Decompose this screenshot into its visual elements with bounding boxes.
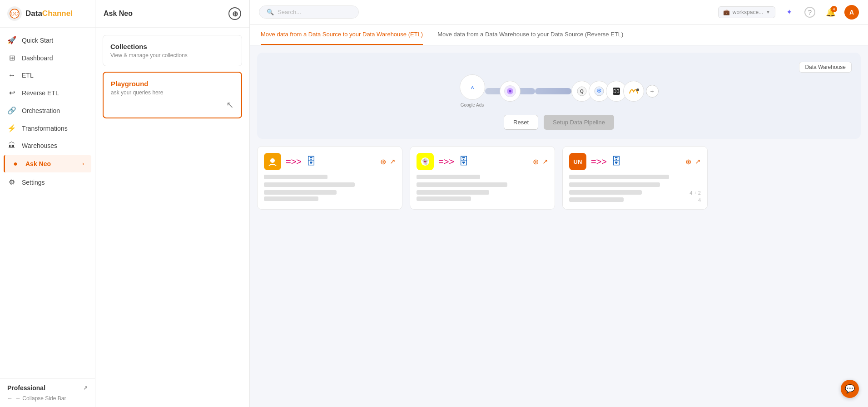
card-3-header: UN =>> 🗄 ⊕ ↗ <box>569 153 701 170</box>
add-warehouse-button[interactable]: + <box>646 85 659 98</box>
card-2-info <box>417 190 548 195</box>
flow-line-2 <box>535 88 571 94</box>
etl-icon: ↔ <box>7 71 16 79</box>
playground-card-subtitle: ask your queries here <box>111 89 234 96</box>
sidebar-item-etl[interactable]: ↔ ETL <box>0 67 95 84</box>
settings-icon: ⚙ <box>7 178 16 186</box>
card-3-desc1 <box>569 175 701 180</box>
sparkle-button[interactable]: ✦ <box>782 5 796 20</box>
card-2-info-blurred <box>417 190 489 195</box>
card-1-external-link-button[interactable]: ↗ <box>390 157 396 166</box>
mysql-icon <box>623 81 644 102</box>
sidebar-item-transformations[interactable]: ⚡ Transformations <box>0 119 95 137</box>
svg-text:DB: DB <box>613 89 620 94</box>
ask-neo-arrow-icon: › <box>82 161 84 167</box>
sidebar-item-dashboard[interactable]: ⊞ Dashboard <box>0 49 95 67</box>
svg-text:A: A <box>471 85 474 90</box>
notifications-button[interactable]: 🔔 4 <box>823 5 838 20</box>
ask-neo-panel: Ask Neo ⊕ Collections View & manage your… <box>95 0 250 407</box>
sidebar-item-label: ETL <box>22 72 34 79</box>
card-3-desc2-blurred <box>569 182 660 187</box>
tab-etl[interactable]: Move data from a Data Source to your Dat… <box>261 25 423 45</box>
card-1-info2-blurred <box>264 196 318 201</box>
sidebar-item-label: Dashboard <box>22 54 53 62</box>
card-3-desc1-blurred <box>569 175 669 179</box>
chat-button[interactable]: 💬 <box>841 380 859 398</box>
sidebar-item-reverse-etl[interactable]: ↩ Reverse ETL <box>0 84 95 102</box>
google-ads-icon: A <box>460 74 485 100</box>
sidebar-item-label: Ask Neo <box>25 160 51 167</box>
flow-connector-1 <box>485 80 535 103</box>
chevron-down-icon: ▼ <box>766 10 770 15</box>
card-1-desc1 <box>264 175 396 180</box>
sidebar-item-warehouses[interactable]: 🏛 Warehouses <box>0 137 95 154</box>
card-2-info2-blurred <box>417 196 471 201</box>
reverse-etl-icon: ↩ <box>7 88 16 97</box>
card-3-info2-blurred <box>569 197 624 202</box>
professional-row: Professional ↗ <box>7 384 88 392</box>
card-1-add-button[interactable]: ⊕ <box>380 157 386 166</box>
collections-card[interactable]: Collections View & manage your collectio… <box>103 35 242 66</box>
user-avatar-button[interactable]: A <box>844 5 859 20</box>
card-1-desc-blurred <box>264 175 327 179</box>
card-3-info2: 4 <box>569 197 701 203</box>
card-1-desc2 <box>264 182 396 188</box>
card-1-info <box>264 190 396 195</box>
pipeline-card-2: 👻 =>> 🗄 ⊕ ↗ <box>410 146 555 210</box>
svg-text:👻: 👻 <box>422 157 429 165</box>
sparkle-icon: ✦ <box>786 8 792 16</box>
sidebar-footer: Professional ↗ ← ← Collapse Side Bar <box>0 378 95 407</box>
plus-icon: ⊕ <box>232 10 238 18</box>
card-3-add-button[interactable]: ⊕ <box>685 157 691 166</box>
card-3-flow: UN =>> 🗄 <box>569 153 621 170</box>
setup-pipeline-button[interactable]: Setup Data Pipeline <box>544 115 614 130</box>
collections-card-subtitle: View & manage your collections <box>110 52 234 59</box>
card-2-info2 <box>417 196 548 201</box>
card-3-db-icon: 🗄 <box>611 156 621 167</box>
card-2-external-link-button[interactable]: ↗ <box>542 157 548 166</box>
avatar-letter: A <box>849 9 854 16</box>
card-3-source-icon: UN <box>569 153 586 170</box>
card-2-desc1-blurred <box>417 175 480 179</box>
search-box[interactable]: 🔍 Search... <box>259 5 359 19</box>
svg-text:DC: DC <box>11 11 18 16</box>
card-2-add-button[interactable]: ⊕ <box>533 157 539 166</box>
sidebar-item-ask-neo[interactable]: ● Ask Neo › <box>4 155 91 172</box>
pipeline-actions: Reset Setup Data Pipeline <box>266 115 852 130</box>
sidebar-item-settings[interactable]: ⚙ Settings <box>0 173 95 191</box>
reset-button[interactable]: Reset <box>504 115 538 130</box>
playground-card[interactable]: Playground ask your queries here ↖ <box>103 72 242 118</box>
card-2-arrow-icon: =>> <box>438 157 454 167</box>
workspace-selector[interactable]: 💼 workspace... ▼ <box>718 6 775 18</box>
add-collection-button[interactable]: ⊕ <box>228 7 241 20</box>
card-2-source-icon: 👻 <box>417 153 434 170</box>
card-1-source-icon <box>264 153 281 170</box>
chat-icon: 💬 <box>845 384 855 394</box>
card-2-desc1 <box>417 175 548 180</box>
notification-badge: 4 <box>831 6 837 12</box>
card-1-header: =>> 🗄 ⊕ ↗ <box>264 153 396 170</box>
sidebar-item-quick-start[interactable]: 🚀 Quick Start <box>0 31 95 49</box>
top-bar: 🔍 Search... 💼 workspace... ▼ ✦ ? 🔔 4 A <box>250 0 868 25</box>
card-1-flow: =>> 🗄 <box>264 153 316 170</box>
svg-point-13 <box>636 88 639 91</box>
sidebar-item-label: Reverse ETL <box>22 89 59 97</box>
sidebar-item-orchestration[interactable]: 🔗 Orchestration <box>0 102 95 119</box>
collapse-icon: ← <box>7 395 13 402</box>
card-2-header: 👻 =>> 🗄 ⊕ ↗ <box>417 153 548 170</box>
help-button[interactable]: ? <box>803 5 817 20</box>
workspace-label: workspace... <box>733 9 763 15</box>
external-link-icon[interactable]: ↗ <box>83 385 88 391</box>
card-3-external-link-button[interactable]: ↗ <box>695 157 701 166</box>
card-1-db-icon: 🗄 <box>306 156 316 167</box>
card-2-desc2 <box>417 182 548 188</box>
pipeline-visual: A Google Ads Q <box>266 74 852 108</box>
search-placeholder: Search... <box>278 9 301 15</box>
tab-reverse-etl[interactable]: Move data from a Data Warehouse to your … <box>437 25 623 45</box>
dw-icons-group: Q ❄ DB + <box>571 81 659 102</box>
collapse-sidebar-button[interactable]: ← ← Collapse Side Bar <box>7 395 88 402</box>
sidebar-item-label: Orchestration <box>22 107 60 114</box>
warehouse-label-row: Data Warehouse <box>266 62 852 73</box>
svg-text:Q: Q <box>580 89 584 94</box>
svg-point-14 <box>270 158 275 163</box>
